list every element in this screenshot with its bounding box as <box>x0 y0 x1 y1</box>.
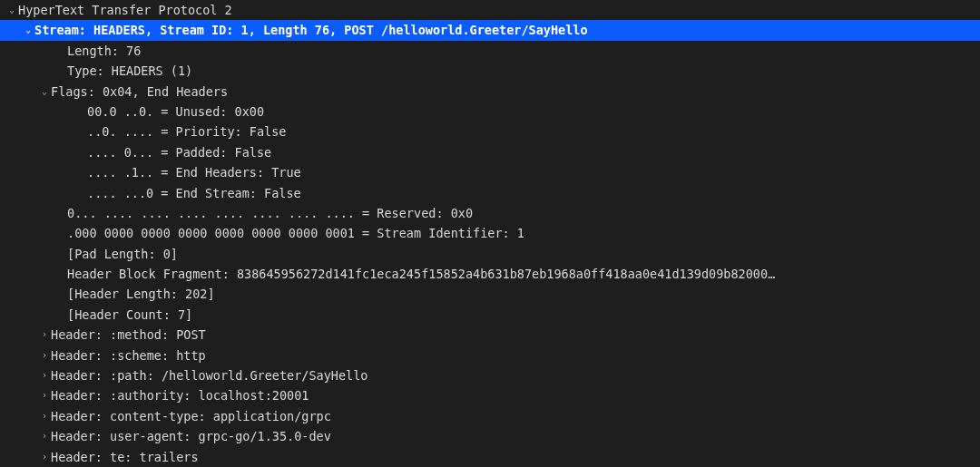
tree-label: Header: te: trailers <box>51 447 980 467</box>
no-expand-icon <box>54 264 67 284</box>
tree-row-header[interactable]: › Header: :path: /helloworld.Greeter/Say… <box>0 365 980 385</box>
tree-row-header-length[interactable]: [Header Length: 202] <box>0 284 980 304</box>
tree-label: .... ...0 = End Stream: False <box>87 183 980 203</box>
tree-label: Header: :method: POST <box>51 325 980 345</box>
expand-icon[interactable]: ⌄ <box>38 82 51 102</box>
tree-row-flags[interactable]: ⌄ Flags: 0x04, End Headers <box>0 82 980 102</box>
no-expand-icon <box>54 41 67 61</box>
tree-label: Header: content-type: application/grpc <box>51 406 980 426</box>
tree-row-flag-bit[interactable]: .... ...0 = End Stream: False <box>0 183 980 203</box>
tree-label: Flags: 0x04, End Headers <box>51 82 980 102</box>
tree-label: .000 0000 0000 0000 0000 0000 0000 0001 … <box>67 223 980 243</box>
no-expand-icon <box>54 223 67 243</box>
tree-row-header[interactable]: › Header: :scheme: http <box>0 345 980 365</box>
expand-icon[interactable]: ⌄ <box>5 0 18 20</box>
tree-row-pad-length[interactable]: [Pad Length: 0] <box>0 244 980 264</box>
tree-row-flag-bit[interactable]: ..0. .... = Priority: False <box>0 122 980 141</box>
tree-row-root[interactable]: ⌄ HyperText Transfer Protocol 2 <box>0 0 980 20</box>
tree-label: .... .1.. = End Headers: True <box>87 162 980 182</box>
no-expand-icon <box>54 284 67 304</box>
no-expand-icon <box>54 61 67 81</box>
tree-label: Header Block Fragment: 838645956272d141f… <box>67 264 980 284</box>
tree-label: Header: :scheme: http <box>51 345 980 365</box>
tree-label: .... 0... = Padded: False <box>87 142 980 162</box>
collapsed-icon[interactable]: › <box>38 345 51 365</box>
tree-row-header[interactable]: › Header: te: trailers <box>0 447 980 467</box>
tree-label: Header: :authority: localhost:20001 <box>51 385 980 405</box>
tree-label: [Header Length: 202] <box>67 284 980 304</box>
tree-label: HyperText Transfer Protocol 2 <box>18 0 980 20</box>
tree-row-stream[interactable]: ⌄ Stream: HEADERS, Stream ID: 1, Length … <box>0 20 980 40</box>
collapsed-icon[interactable]: › <box>38 426 51 446</box>
collapsed-icon[interactable]: › <box>38 325 51 345</box>
expand-icon[interactable]: ⌄ <box>22 20 34 40</box>
tree-row-flag-bit[interactable]: 00.0 ..0. = Unused: 0x00 <box>0 102 980 122</box>
tree-label: Length: 76 <box>67 41 980 61</box>
collapsed-icon[interactable]: › <box>38 447 51 467</box>
tree-row-flag-bit[interactable]: .... 0... = Padded: False <box>0 142 980 162</box>
tree-row-header-block-fragment[interactable]: Header Block Fragment: 838645956272d141f… <box>0 264 980 284</box>
tree-row-header[interactable]: › Header: :authority: localhost:20001 <box>0 385 980 405</box>
tree-row-header-count[interactable]: [Header Count: 7] <box>0 305 980 325</box>
collapsed-icon[interactable]: › <box>38 406 51 426</box>
tree-row-header[interactable]: › Header: content-type: application/grpc <box>0 406 980 426</box>
tree-row-flag-bit[interactable]: .... .1.. = End Headers: True <box>0 162 980 182</box>
tree-row-type[interactable]: Type: HEADERS (1) <box>0 61 980 81</box>
collapsed-icon[interactable]: › <box>38 385 51 405</box>
tree-label: 00.0 ..0. = Unused: 0x00 <box>87 102 980 122</box>
tree-row-stream-identifier[interactable]: .000 0000 0000 0000 0000 0000 0000 0001 … <box>0 223 980 243</box>
tree-label: 0... .... .... .... .... .... .... .... … <box>67 203 980 223</box>
tree-label: [Header Count: 7] <box>67 305 980 325</box>
tree-row-header[interactable]: › Header: user-agent: grpc-go/1.35.0-dev <box>0 426 980 446</box>
tree-row-reserved[interactable]: 0... .... .... .... .... .... .... .... … <box>0 203 980 223</box>
tree-label: Header: :path: /helloworld.Greeter/SayHe… <box>51 365 980 385</box>
tree-label: [Pad Length: 0] <box>67 244 980 264</box>
no-expand-icon <box>54 244 67 264</box>
tree-label: ..0. .... = Priority: False <box>87 122 980 141</box>
collapsed-icon[interactable]: › <box>38 365 51 385</box>
tree-row-length[interactable]: Length: 76 <box>0 41 980 61</box>
tree-label: Stream: HEADERS, Stream ID: 1, Length 76… <box>34 20 980 40</box>
tree-label: Type: HEADERS (1) <box>67 61 980 81</box>
no-expand-icon <box>54 203 67 223</box>
tree-label: Header: user-agent: grpc-go/1.35.0-dev <box>51 426 980 446</box>
tree-row-header[interactable]: › Header: :method: POST <box>0 325 980 345</box>
no-expand-icon <box>54 305 67 325</box>
